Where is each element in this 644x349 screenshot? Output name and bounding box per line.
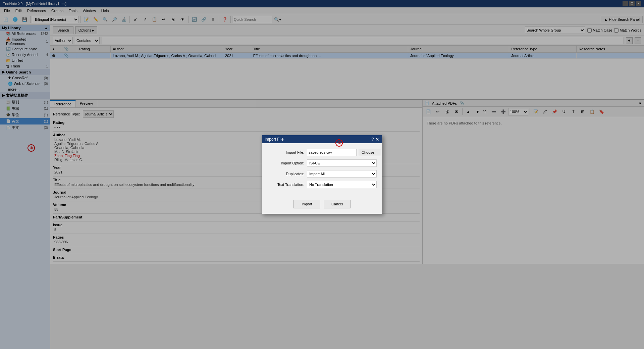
import-option-control: ISI-CE EndNote Import PubMed (NLM)	[307, 159, 377, 167]
import-option-row: Import Option: ISI-CE EndNote Import Pub…	[267, 159, 377, 167]
duplicates-control: Import All Discard Duplicates Import int…	[307, 170, 377, 178]
duplicates-select[interactable]: Import All Discard Duplicates Import int…	[307, 170, 377, 178]
modal-body: Import File: Choose... ① Import Option: …	[262, 143, 382, 197]
modal-footer: Import Cancel	[262, 197, 382, 214]
text-translation-control: No Translation UTF-8 Unicode Chinese (GB…	[307, 181, 377, 188]
import-btn[interactable]: Import	[293, 200, 320, 208]
import-file-label: Import File:	[267, 150, 304, 154]
text-translation-row: Text Translation: No Translation UTF-8 U…	[267, 181, 377, 188]
modal-title: Import File	[265, 137, 284, 142]
import-file-row: Import File: Choose... ①	[267, 149, 377, 156]
modal-titlebar-controls: ? ✕	[371, 137, 379, 142]
modal-titlebar: Import File ? ✕	[262, 135, 382, 143]
duplicates-label: Duplicates:	[267, 172, 304, 176]
import-dialog: Import File ? ✕ Import File: Choose... ①	[262, 135, 382, 214]
modal-close-btn[interactable]: ✕	[375, 137, 379, 142]
import-option-select[interactable]: ISI-CE EndNote Import PubMed (NLM)	[307, 159, 377, 167]
import-file-control: Choose... ①	[307, 149, 382, 156]
modal-overlay: Import File ? ✕ Import File: Choose... ①	[0, 0, 644, 349]
choose-btn[interactable]: Choose...	[358, 149, 381, 156]
text-translation-select[interactable]: No Translation UTF-8 Unicode Chinese (GB…	[307, 181, 377, 188]
text-translation-label: Text Translation:	[267, 183, 304, 187]
duplicates-row: Duplicates: Import All Discard Duplicate…	[267, 170, 377, 178]
annotation-1: ①	[335, 139, 343, 147]
cancel-btn[interactable]: Cancel	[324, 200, 351, 208]
import-file-input[interactable]	[307, 149, 357, 156]
modal-help-btn[interactable]: ?	[371, 137, 374, 142]
import-option-label: Import Option:	[267, 161, 304, 165]
